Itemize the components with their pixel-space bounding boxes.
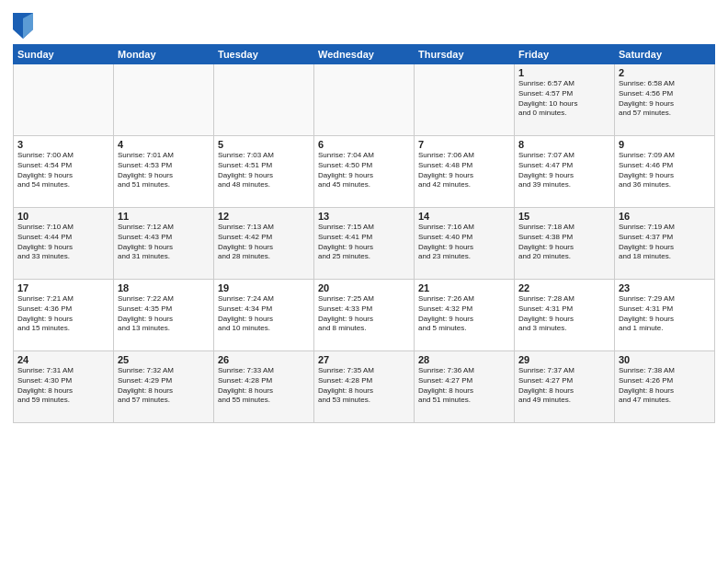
calendar-cell: 20Sunrise: 7:25 AM Sunset: 4:33 PM Dayli…	[314, 280, 415, 351]
day-number: 14	[418, 211, 510, 222]
calendar-cell: 11Sunrise: 7:12 AM Sunset: 4:43 PM Dayli…	[114, 208, 214, 280]
day-number: 12	[218, 211, 310, 222]
day-header-friday: Friday	[515, 45, 615, 64]
calendar-cell	[114, 64, 214, 136]
day-info: Sunrise: 7:28 AM Sunset: 4:31 PM Dayligh…	[518, 294, 610, 334]
day-header-saturday: Saturday	[615, 45, 715, 64]
day-info: Sunrise: 7:26 AM Sunset: 4:32 PM Dayligh…	[418, 294, 510, 334]
logo-icon	[13, 13, 33, 39]
day-number: 19	[218, 282, 310, 293]
calendar-cell: 13Sunrise: 7:15 AM Sunset: 4:41 PM Dayli…	[314, 208, 415, 280]
calendar-cell: 30Sunrise: 7:38 AM Sunset: 4:26 PM Dayli…	[615, 351, 715, 423]
day-number: 28	[418, 354, 510, 365]
calendar-cell: 10Sunrise: 7:10 AM Sunset: 4:44 PM Dayli…	[14, 208, 114, 280]
day-number: 21	[418, 282, 510, 293]
calendar-cell: 5Sunrise: 7:03 AM Sunset: 4:51 PM Daylig…	[214, 136, 314, 208]
week-row-2: 3Sunrise: 7:00 AM Sunset: 4:54 PM Daylig…	[14, 136, 715, 208]
day-info: Sunrise: 7:03 AM Sunset: 4:51 PM Dayligh…	[218, 151, 310, 190]
day-number: 7	[418, 139, 510, 150]
calendar-cell: 21Sunrise: 7:26 AM Sunset: 4:32 PM Dayli…	[415, 280, 515, 351]
day-header-sunday: Sunday	[14, 45, 114, 64]
calendar-table: SundayMondayTuesdayWednesdayThursdayFrid…	[13, 44, 715, 423]
day-info: Sunrise: 7:36 AM Sunset: 4:27 PM Dayligh…	[418, 366, 510, 406]
calendar-cell: 22Sunrise: 7:28 AM Sunset: 4:31 PM Dayli…	[515, 280, 615, 351]
day-info: Sunrise: 7:09 AM Sunset: 4:46 PM Dayligh…	[619, 151, 711, 190]
day-info: Sunrise: 7:16 AM Sunset: 4:40 PM Dayligh…	[418, 223, 510, 262]
day-info: Sunrise: 7:10 AM Sunset: 4:44 PM Dayligh…	[17, 223, 109, 262]
calendar-cell: 14Sunrise: 7:16 AM Sunset: 4:40 PM Dayli…	[415, 208, 515, 280]
week-row-1: 1Sunrise: 6:57 AM Sunset: 4:57 PM Daylig…	[14, 64, 715, 136]
day-info: Sunrise: 7:07 AM Sunset: 4:47 PM Dayligh…	[518, 151, 610, 190]
day-info: Sunrise: 7:21 AM Sunset: 4:36 PM Dayligh…	[17, 294, 109, 334]
calendar-cell: 18Sunrise: 7:22 AM Sunset: 4:35 PM Dayli…	[114, 280, 214, 351]
day-info: Sunrise: 7:29 AM Sunset: 4:31 PM Dayligh…	[619, 294, 711, 334]
calendar-cell: 29Sunrise: 7:37 AM Sunset: 4:27 PM Dayli…	[515, 351, 615, 423]
calendar-cell: 26Sunrise: 7:33 AM Sunset: 4:28 PM Dayli…	[214, 351, 314, 423]
calendar-cell: 12Sunrise: 7:13 AM Sunset: 4:42 PM Dayli…	[214, 208, 314, 280]
calendar-cell: 27Sunrise: 7:35 AM Sunset: 4:28 PM Dayli…	[314, 351, 415, 423]
day-header-wednesday: Wednesday	[314, 45, 415, 64]
logo	[13, 13, 37, 39]
week-row-3: 10Sunrise: 7:10 AM Sunset: 4:44 PM Dayli…	[14, 208, 715, 280]
day-number: 1	[518, 67, 610, 78]
day-info: Sunrise: 7:32 AM Sunset: 4:29 PM Dayligh…	[118, 366, 210, 406]
day-number: 11	[118, 211, 210, 222]
header	[13, 9, 715, 39]
day-number: 2	[619, 67, 711, 78]
day-info: Sunrise: 7:33 AM Sunset: 4:28 PM Dayligh…	[218, 366, 310, 406]
day-info: Sunrise: 7:15 AM Sunset: 4:41 PM Dayligh…	[318, 223, 410, 262]
calendar-cell: 23Sunrise: 7:29 AM Sunset: 4:31 PM Dayli…	[615, 280, 715, 351]
day-info: Sunrise: 7:00 AM Sunset: 4:54 PM Dayligh…	[17, 151, 109, 190]
calendar-cell: 1Sunrise: 6:57 AM Sunset: 4:57 PM Daylig…	[515, 64, 615, 136]
day-number: 15	[518, 211, 610, 222]
calendar-cell	[14, 64, 114, 136]
day-number: 13	[318, 211, 410, 222]
day-info: Sunrise: 7:13 AM Sunset: 4:42 PM Dayligh…	[218, 223, 310, 262]
day-number: 23	[619, 282, 711, 293]
calendar-cell: 19Sunrise: 7:24 AM Sunset: 4:34 PM Dayli…	[214, 280, 314, 351]
week-row-5: 24Sunrise: 7:31 AM Sunset: 4:30 PM Dayli…	[14, 351, 715, 423]
day-number: 4	[118, 139, 210, 150]
day-number: 22	[518, 282, 610, 293]
calendar-cell: 17Sunrise: 7:21 AM Sunset: 4:36 PM Dayli…	[14, 280, 114, 351]
day-number: 20	[318, 282, 410, 293]
day-header-thursday: Thursday	[415, 45, 515, 64]
day-number: 27	[318, 354, 410, 365]
day-number: 3	[17, 139, 109, 150]
day-info: Sunrise: 6:57 AM Sunset: 4:57 PM Dayligh…	[518, 79, 610, 119]
day-header-monday: Monday	[114, 45, 214, 64]
week-row-4: 17Sunrise: 7:21 AM Sunset: 4:36 PM Dayli…	[14, 280, 715, 351]
day-info: Sunrise: 7:31 AM Sunset: 4:30 PM Dayligh…	[17, 366, 109, 406]
day-number: 5	[218, 139, 310, 150]
day-info: Sunrise: 7:25 AM Sunset: 4:33 PM Dayligh…	[318, 294, 410, 334]
day-number: 6	[318, 139, 410, 150]
calendar-cell	[314, 64, 415, 136]
day-number: 24	[17, 354, 109, 365]
calendar-cell: 2Sunrise: 6:58 AM Sunset: 4:56 PM Daylig…	[615, 64, 715, 136]
day-info: Sunrise: 7:04 AM Sunset: 4:50 PM Dayligh…	[318, 151, 410, 190]
calendar-cell: 24Sunrise: 7:31 AM Sunset: 4:30 PM Dayli…	[14, 351, 114, 423]
day-header-tuesday: Tuesday	[214, 45, 314, 64]
day-number: 25	[118, 354, 210, 365]
day-number: 18	[118, 282, 210, 293]
day-number: 10	[17, 211, 109, 222]
page: SundayMondayTuesdayWednesdayThursdayFrid…	[0, 0, 728, 563]
day-info: Sunrise: 7:18 AM Sunset: 4:38 PM Dayligh…	[518, 223, 610, 262]
calendar-cell	[415, 64, 515, 136]
day-info: Sunrise: 7:19 AM Sunset: 4:37 PM Dayligh…	[619, 223, 711, 262]
day-number: 17	[17, 282, 109, 293]
calendar-cell: 4Sunrise: 7:01 AM Sunset: 4:53 PM Daylig…	[114, 136, 214, 208]
day-info: Sunrise: 7:24 AM Sunset: 4:34 PM Dayligh…	[218, 294, 310, 334]
day-number: 8	[518, 139, 610, 150]
calendar-cell: 28Sunrise: 7:36 AM Sunset: 4:27 PM Dayli…	[415, 351, 515, 423]
calendar-cell: 8Sunrise: 7:07 AM Sunset: 4:47 PM Daylig…	[515, 136, 615, 208]
day-info: Sunrise: 6:58 AM Sunset: 4:56 PM Dayligh…	[619, 79, 711, 119]
calendar-cell: 9Sunrise: 7:09 AM Sunset: 4:46 PM Daylig…	[615, 136, 715, 208]
day-info: Sunrise: 7:06 AM Sunset: 4:48 PM Dayligh…	[418, 151, 510, 190]
calendar-cell: 16Sunrise: 7:19 AM Sunset: 4:37 PM Dayli…	[615, 208, 715, 280]
calendar-cell: 15Sunrise: 7:18 AM Sunset: 4:38 PM Dayli…	[515, 208, 615, 280]
day-number: 29	[518, 354, 610, 365]
day-info: Sunrise: 7:38 AM Sunset: 4:26 PM Dayligh…	[619, 366, 711, 406]
calendar-cell: 7Sunrise: 7:06 AM Sunset: 4:48 PM Daylig…	[415, 136, 515, 208]
calendar-cell	[214, 64, 314, 136]
